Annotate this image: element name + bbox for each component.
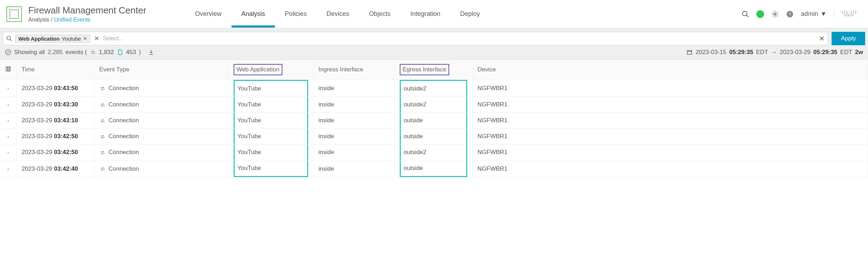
- filter-input[interactable]: Web Application Youtube ✕ ✕ Select... ✕: [3, 32, 828, 45]
- count-b: 453: [126, 49, 136, 56]
- col-time[interactable]: Time: [17, 60, 94, 80]
- main-nav: Overview Analysis Policies Devices Objec…: [185, 0, 490, 28]
- cell-event-type: Connection: [94, 129, 229, 145]
- cell-event-type: Connection: [94, 97, 229, 113]
- time-range[interactable]: 2023-03-15 05:29:35 EDT → 2023-03-29 05:…: [686, 49, 863, 56]
- nav-deploy[interactable]: Deploy: [450, 0, 490, 28]
- app-header: Firewall Management Center Analysis / Un…: [0, 0, 868, 28]
- columns-icon: [5, 66, 11, 72]
- cell-ingress-interface: inside: [313, 97, 395, 113]
- table-row: ›2023-03-29 03:43:10ConnectionYouTubeins…: [0, 113, 868, 129]
- nav-overview[interactable]: Overview: [185, 0, 231, 28]
- gear-icon[interactable]: [771, 10, 779, 18]
- table-row: ›2023-03-29 03:42:40ConnectionYouTubeins…: [0, 160, 868, 177]
- cell-web-application: YouTube: [229, 160, 313, 177]
- cell-ingress-interface: inside: [313, 129, 395, 145]
- svg-rect-11: [8, 67, 9, 71]
- cell-ingress-interface: inside: [313, 160, 395, 177]
- cell-ingress-interface: inside: [313, 145, 395, 160]
- nav-analysis[interactable]: Analysis: [231, 0, 275, 28]
- col-event-type[interactable]: Event Type: [94, 60, 229, 80]
- calendar-icon: [686, 49, 693, 55]
- deploy-status-icon[interactable]: [756, 10, 764, 18]
- cell-web-application: YouTube: [229, 129, 313, 145]
- expand-row-icon[interactable]: ›: [7, 166, 9, 172]
- col-ingress-interface[interactable]: Ingress Interface: [313, 60, 395, 80]
- expand-row-icon[interactable]: ›: [7, 118, 9, 123]
- nav-objects[interactable]: Objects: [359, 0, 400, 28]
- cell-egress-interface: outside: [395, 129, 473, 145]
- nav-devices[interactable]: Devices: [317, 0, 359, 28]
- user-menu[interactable]: admin ▼: [801, 10, 827, 18]
- help-icon[interactable]: ?: [786, 10, 794, 18]
- cell-time: 2023-03-29 03:43:50: [17, 80, 94, 97]
- nav-integration[interactable]: Integration: [400, 0, 450, 28]
- filter-chip-name: Web Application: [18, 36, 60, 42]
- col-egress-interface[interactable]: Egress Interface: [395, 60, 473, 80]
- cell-device: NGFWBR1: [473, 113, 868, 129]
- cell-device: NGFWBR1: [473, 80, 868, 97]
- count-a: 1,832: [99, 49, 114, 56]
- svg-line-6: [10, 39, 12, 41]
- clear-input-icon[interactable]: ✕: [819, 34, 825, 43]
- cell-ingress-interface: inside: [313, 80, 395, 97]
- table-row: ›2023-03-29 03:42:50ConnectionYouTubeins…: [0, 129, 868, 145]
- filter-placeholder: Select...: [103, 35, 819, 42]
- expand-row-icon[interactable]: ›: [7, 86, 9, 91]
- chevron-down-icon: ▼: [820, 10, 827, 18]
- expand-row-icon[interactable]: ›: [7, 149, 9, 155]
- cell-event-type: Connection: [94, 160, 229, 177]
- filter-chip[interactable]: Web Application Youtube ✕: [15, 35, 90, 43]
- download-icon[interactable]: [148, 49, 154, 55]
- svg-rect-8: [687, 51, 692, 54]
- range-duration: 2w: [855, 49, 863, 56]
- cell-time: 2023-03-29 03:42:50: [17, 145, 94, 160]
- connection-icon: [99, 149, 106, 156]
- cell-ingress-interface: inside: [313, 113, 395, 129]
- cell-event-type: Connection: [94, 145, 229, 160]
- cell-web-application: YouTube: [229, 80, 313, 97]
- cell-device: NGFWBR1: [473, 160, 868, 177]
- connection-icon: [99, 118, 106, 124]
- check-circle-icon: [5, 49, 11, 55]
- svg-point-2: [774, 13, 776, 15]
- remove-chip-icon[interactable]: ✕: [83, 36, 87, 41]
- table-row: ›2023-03-29 03:42:50ConnectionYouTubeins…: [0, 145, 868, 160]
- file-icon: [117, 49, 123, 55]
- vendor-logo: ·ı|ı·ı|ı· cisco: [834, 11, 859, 17]
- expand-row-icon[interactable]: ›: [7, 134, 9, 139]
- status-bar: Showing all 2,285 events ( 1,832 453 ) 2…: [3, 45, 865, 58]
- cell-event-type: Connection: [94, 113, 229, 129]
- header-actions: ? admin ▼ ·ı|ı·ı|ı· cisco: [741, 10, 864, 18]
- svg-line-1: [746, 15, 749, 17]
- table-header-row: Time Event Type Web Application Ingress …: [0, 60, 868, 80]
- expand-row-icon[interactable]: ›: [7, 102, 9, 107]
- table-row: ›2023-03-29 03:43:30ConnectionYouTubeins…: [0, 97, 868, 113]
- connection-icon: [99, 102, 106, 108]
- cell-egress-interface: outside2: [395, 145, 473, 160]
- apply-button[interactable]: Apply: [832, 32, 865, 45]
- breadcrumb-page-link[interactable]: Unified Events: [54, 17, 90, 23]
- clear-all-filters-icon[interactable]: ✕: [94, 35, 99, 42]
- connection-icon: [99, 85, 106, 92]
- cell-time: 2023-03-29 03:43:10: [17, 113, 94, 129]
- events-table: Time Event Type Web Application Ingress …: [0, 59, 868, 177]
- nav-policies[interactable]: Policies: [275, 0, 317, 28]
- cell-web-application: YouTube: [229, 113, 313, 129]
- table-row: ›2023-03-29 03:43:50ConnectionYouTubeins…: [0, 80, 868, 97]
- col-web-application[interactable]: Web Application: [229, 60, 313, 80]
- cell-event-type: Connection: [94, 80, 229, 97]
- col-device[interactable]: Device: [473, 60, 868, 80]
- column-picker[interactable]: [0, 60, 17, 80]
- cell-web-application: YouTube: [229, 97, 313, 113]
- svg-point-0: [743, 11, 747, 16]
- breadcrumb: Analysis / Unified Events: [28, 17, 146, 23]
- cell-device: NGFWBR1: [473, 145, 868, 160]
- svg-point-5: [7, 36, 11, 40]
- swap-icon: [90, 49, 96, 55]
- cell-time: 2023-03-29 03:42:40: [17, 160, 94, 177]
- cell-egress-interface: outside2: [395, 80, 473, 97]
- search-icon[interactable]: [741, 10, 749, 18]
- connection-icon: [99, 134, 106, 140]
- cell-web-application: YouTube: [229, 145, 313, 160]
